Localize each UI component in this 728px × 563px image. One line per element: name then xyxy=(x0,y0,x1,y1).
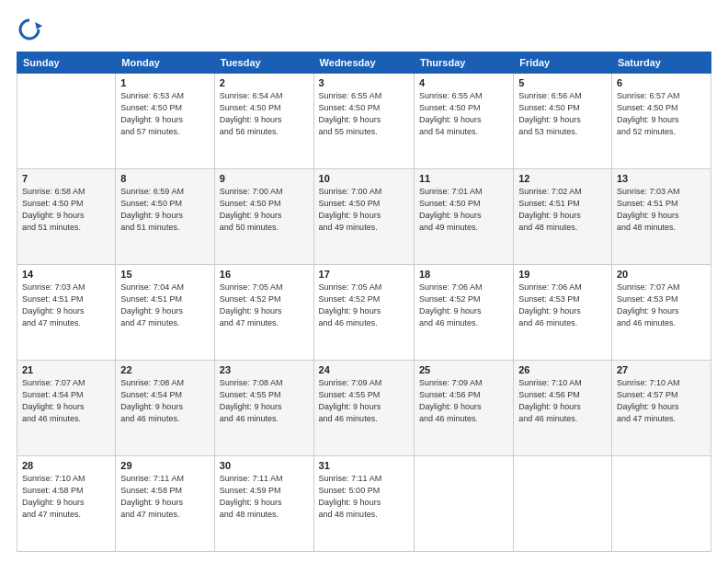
calendar-cell: 19Sunrise: 7:06 AM Sunset: 4:53 PM Dayli… xyxy=(514,265,612,361)
day-number: 21 xyxy=(22,364,110,375)
day-info: Sunrise: 7:11 AM Sunset: 5:00 PM Dayligh… xyxy=(319,473,409,521)
col-header-saturday: Saturday xyxy=(611,52,711,74)
col-header-wednesday: Wednesday xyxy=(313,52,414,74)
day-number: 16 xyxy=(220,269,309,280)
col-header-sunday: Sunday xyxy=(17,52,116,74)
day-number: 5 xyxy=(518,77,607,88)
day-info: Sunrise: 7:06 AM Sunset: 4:52 PM Dayligh… xyxy=(419,282,508,329)
day-number: 6 xyxy=(617,77,706,88)
day-number: 7 xyxy=(22,173,110,184)
day-info: Sunrise: 7:03 AM Sunset: 4:51 PM Dayligh… xyxy=(617,186,706,234)
day-info: Sunrise: 6:58 AM Sunset: 4:50 PM Dayligh… xyxy=(22,186,110,234)
calendar-cell: 28Sunrise: 7:10 AM Sunset: 4:58 PM Dayli… xyxy=(17,456,116,552)
day-info: Sunrise: 7:05 AM Sunset: 4:52 PM Dayligh… xyxy=(319,282,409,329)
calendar-cell: 10Sunrise: 7:00 AM Sunset: 4:50 PM Dayli… xyxy=(313,169,414,265)
calendar-cell: 29Sunrise: 7:11 AM Sunset: 4:58 PM Dayli… xyxy=(116,456,215,552)
day-info: Sunrise: 7:11 AM Sunset: 4:59 PM Dayligh… xyxy=(220,473,309,521)
column-headers-row: SundayMondayTuesdayWednesdayThursdayFrid… xyxy=(17,52,711,74)
calendar-cell xyxy=(514,456,612,552)
day-info: Sunrise: 7:10 AM Sunset: 4:58 PM Dayligh… xyxy=(22,473,110,521)
day-number: 22 xyxy=(120,364,210,375)
col-header-thursday: Thursday xyxy=(414,52,513,74)
day-number: 12 xyxy=(518,173,607,184)
day-number: 15 xyxy=(120,269,210,280)
logo xyxy=(17,17,46,42)
calendar-cell: 4Sunrise: 6:55 AM Sunset: 4:50 PM Daylig… xyxy=(414,74,513,169)
calendar-cell: 8Sunrise: 6:59 AM Sunset: 4:50 PM Daylig… xyxy=(116,169,215,265)
day-info: Sunrise: 7:00 AM Sunset: 4:50 PM Dayligh… xyxy=(319,186,409,234)
day-number: 4 xyxy=(419,77,508,88)
calendar-cell: 20Sunrise: 7:07 AM Sunset: 4:53 PM Dayli… xyxy=(611,265,711,361)
day-info: Sunrise: 7:08 AM Sunset: 4:55 PM Dayligh… xyxy=(220,377,309,425)
week-row-5: 28Sunrise: 7:10 AM Sunset: 4:58 PM Dayli… xyxy=(17,456,711,552)
day-info: Sunrise: 7:10 AM Sunset: 4:56 PM Dayligh… xyxy=(518,377,607,425)
day-number: 25 xyxy=(419,364,508,375)
day-number: 30 xyxy=(220,460,309,471)
calendar-cell: 22Sunrise: 7:08 AM Sunset: 4:54 PM Dayli… xyxy=(116,361,215,456)
day-info: Sunrise: 6:55 AM Sunset: 4:50 PM Dayligh… xyxy=(419,90,508,138)
day-number: 28 xyxy=(22,460,110,471)
day-number: 26 xyxy=(518,364,607,375)
calendar-cell: 1Sunrise: 6:53 AM Sunset: 4:50 PM Daylig… xyxy=(116,74,215,169)
day-number: 29 xyxy=(120,460,210,471)
calendar-cell: 2Sunrise: 6:54 AM Sunset: 4:50 PM Daylig… xyxy=(214,74,313,169)
calendar-cell: 13Sunrise: 7:03 AM Sunset: 4:51 PM Dayli… xyxy=(611,169,711,265)
day-info: Sunrise: 6:57 AM Sunset: 4:50 PM Dayligh… xyxy=(617,90,706,138)
day-info: Sunrise: 7:05 AM Sunset: 4:52 PM Dayligh… xyxy=(220,282,309,329)
day-info: Sunrise: 7:09 AM Sunset: 4:55 PM Dayligh… xyxy=(319,377,409,425)
day-number: 1 xyxy=(120,77,210,88)
day-info: Sunrise: 7:02 AM Sunset: 4:51 PM Dayligh… xyxy=(518,186,607,234)
col-header-tuesday: Tuesday xyxy=(214,52,313,74)
day-number: 10 xyxy=(319,173,409,184)
day-info: Sunrise: 7:10 AM Sunset: 4:57 PM Dayligh… xyxy=(617,377,706,425)
week-row-2: 7Sunrise: 6:58 AM Sunset: 4:50 PM Daylig… xyxy=(17,169,711,265)
day-info: Sunrise: 7:07 AM Sunset: 4:54 PM Dayligh… xyxy=(22,377,110,425)
calendar-cell: 23Sunrise: 7:08 AM Sunset: 4:55 PM Dayli… xyxy=(214,361,313,456)
day-number: 14 xyxy=(22,269,110,280)
day-info: Sunrise: 7:11 AM Sunset: 4:58 PM Dayligh… xyxy=(120,473,210,521)
day-info: Sunrise: 6:59 AM Sunset: 4:50 PM Dayligh… xyxy=(120,186,210,234)
calendar-table: SundayMondayTuesdayWednesdayThursdayFrid… xyxy=(17,52,711,552)
calendar-cell: 17Sunrise: 7:05 AM Sunset: 4:52 PM Dayli… xyxy=(313,265,414,361)
day-info: Sunrise: 6:55 AM Sunset: 4:50 PM Dayligh… xyxy=(319,90,409,138)
calendar-cell: 25Sunrise: 7:09 AM Sunset: 4:56 PM Dayli… xyxy=(414,361,513,456)
calendar-cell: 11Sunrise: 7:01 AM Sunset: 4:50 PM Dayli… xyxy=(414,169,513,265)
week-row-3: 14Sunrise: 7:03 AM Sunset: 4:51 PM Dayli… xyxy=(17,265,711,361)
calendar-cell: 7Sunrise: 6:58 AM Sunset: 4:50 PM Daylig… xyxy=(17,169,116,265)
calendar-cell xyxy=(611,456,711,552)
calendar-cell: 21Sunrise: 7:07 AM Sunset: 4:54 PM Dayli… xyxy=(17,361,116,456)
calendar-cell: 14Sunrise: 7:03 AM Sunset: 4:51 PM Dayli… xyxy=(17,265,116,361)
day-number: 2 xyxy=(220,77,309,88)
calendar-cell: 26Sunrise: 7:10 AM Sunset: 4:56 PM Dayli… xyxy=(514,361,612,456)
day-info: Sunrise: 7:03 AM Sunset: 4:51 PM Dayligh… xyxy=(22,282,110,329)
calendar-cell: 12Sunrise: 7:02 AM Sunset: 4:51 PM Dayli… xyxy=(514,169,612,265)
calendar-cell: 27Sunrise: 7:10 AM Sunset: 4:57 PM Dayli… xyxy=(611,361,711,456)
day-number: 3 xyxy=(319,77,409,88)
logo-icon xyxy=(17,17,42,42)
day-info: Sunrise: 7:07 AM Sunset: 4:53 PM Dayligh… xyxy=(617,282,706,329)
calendar-cell: 31Sunrise: 7:11 AM Sunset: 5:00 PM Dayli… xyxy=(313,456,414,552)
day-number: 8 xyxy=(120,173,210,184)
day-info: Sunrise: 6:53 AM Sunset: 4:50 PM Dayligh… xyxy=(120,90,210,138)
day-number: 31 xyxy=(319,460,409,471)
calendar-cell: 6Sunrise: 6:57 AM Sunset: 4:50 PM Daylig… xyxy=(611,74,711,169)
day-number: 13 xyxy=(617,173,706,184)
calendar-cell: 30Sunrise: 7:11 AM Sunset: 4:59 PM Dayli… xyxy=(214,456,313,552)
day-info: Sunrise: 7:00 AM Sunset: 4:50 PM Dayligh… xyxy=(220,186,309,234)
calendar-cell: 3Sunrise: 6:55 AM Sunset: 4:50 PM Daylig… xyxy=(313,74,414,169)
calendar-cell: 18Sunrise: 7:06 AM Sunset: 4:52 PM Dayli… xyxy=(414,265,513,361)
day-number: 27 xyxy=(617,364,706,375)
header xyxy=(17,17,711,42)
day-info: Sunrise: 7:06 AM Sunset: 4:53 PM Dayligh… xyxy=(518,282,607,329)
calendar-cell xyxy=(17,74,116,169)
day-info: Sunrise: 7:04 AM Sunset: 4:51 PM Dayligh… xyxy=(120,282,210,329)
calendar-cell: 24Sunrise: 7:09 AM Sunset: 4:55 PM Dayli… xyxy=(313,361,414,456)
calendar-body: 1Sunrise: 6:53 AM Sunset: 4:50 PM Daylig… xyxy=(17,74,711,552)
week-row-4: 21Sunrise: 7:07 AM Sunset: 4:54 PM Dayli… xyxy=(17,361,711,456)
calendar-cell: 15Sunrise: 7:04 AM Sunset: 4:51 PM Dayli… xyxy=(116,265,215,361)
calendar-cell: 9Sunrise: 7:00 AM Sunset: 4:50 PM Daylig… xyxy=(214,169,313,265)
day-number: 19 xyxy=(518,269,607,280)
col-header-monday: Monday xyxy=(116,52,215,74)
week-row-1: 1Sunrise: 6:53 AM Sunset: 4:50 PM Daylig… xyxy=(17,74,711,169)
calendar-cell xyxy=(414,456,513,552)
